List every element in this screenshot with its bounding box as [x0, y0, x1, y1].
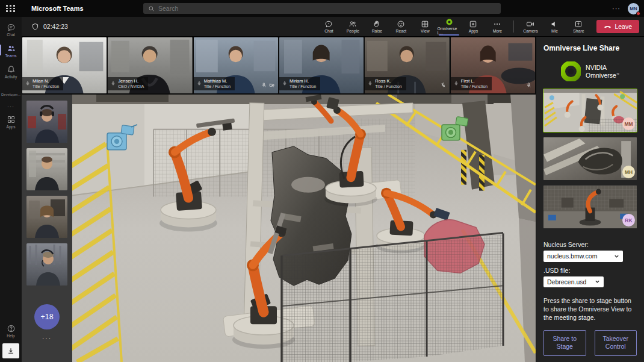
participant-subtitle: Title / Function	[204, 84, 231, 89]
tool-chat[interactable]: Chat	[317, 17, 341, 36]
video-tile-participant[interactable]: Jensen H.CEO / NVIDIA	[108, 37, 192, 93]
sidebar-item-developer[interactable]: Developer...	[0, 89, 22, 100]
mic-muted-icon	[368, 81, 373, 86]
panel-title: Omniverse Live Share	[543, 44, 637, 52]
presence-busy-dot	[636, 11, 640, 16]
video-tile-participant[interactable]: Ross K.Title / Function	[365, 37, 449, 93]
omniverse-app-icon	[445, 18, 453, 26]
shared-view-thumbnail[interactable]: MH	[543, 137, 637, 180]
sidebar-item-apps[interactable]: Apps	[0, 113, 22, 131]
rail-more-menu[interactable]: ···	[42, 335, 52, 342]
mic-muted-icon	[25, 81, 30, 86]
rail-thumbnail[interactable]	[26, 243, 67, 286]
sidebar-more-apps[interactable]: ···	[0, 101, 22, 112]
view-grid-icon	[421, 20, 429, 28]
avatar[interactable]: MN	[628, 3, 639, 14]
video-tile-participant[interactable]: Milan N.Title / Function	[22, 37, 107, 93]
mic-muted-icon	[111, 81, 116, 86]
mic-off-icon	[441, 83, 446, 88]
video-tile-participant[interactable]: First L.Title / Function	[451, 37, 535, 93]
apps-grid-icon	[7, 115, 16, 124]
nameplate: Miriam H.Title / Function	[279, 77, 320, 90]
nameplate: Jensen H.CEO / NVIDIA	[108, 77, 148, 90]
tool-more[interactable]: More	[485, 17, 509, 36]
more-dots-icon	[493, 20, 501, 28]
participant-video	[26, 243, 67, 286]
tool-apps[interactable]: Apps	[461, 17, 485, 36]
usd-file-select[interactable]: Debrecen.usd	[543, 276, 604, 287]
cam-off-icon	[269, 83, 274, 88]
chevron-down-icon	[595, 279, 600, 284]
participant-video	[26, 101, 67, 143]
tool-people[interactable]: People	[341, 17, 365, 36]
tool-mic[interactable]: Mic	[542, 17, 566, 36]
sidebar-item-activity[interactable]: Activity	[0, 63, 22, 81]
share-screen-icon	[574, 20, 583, 28]
participant-video	[26, 196, 67, 238]
participant-name: Milan N.	[33, 78, 59, 84]
tool-view[interactable]: View	[413, 17, 437, 36]
rail-thumbnail[interactable]	[26, 101, 67, 143]
app-launcher-icon[interactable]	[6, 5, 16, 12]
topbar-more-menu[interactable]: ···	[612, 5, 621, 12]
tile-status-icons	[526, 83, 531, 88]
participant-subtitle: Title / Function	[289, 84, 316, 89]
omniverse-3d-viewport[interactable]	[72, 95, 536, 362]
rail-thumbnail[interactable]	[26, 196, 67, 238]
tile-status-icons	[261, 83, 274, 88]
mic-off-icon	[261, 83, 267, 88]
sidebar-item-teams[interactable]: Teams	[0, 42, 22, 60]
video-tile-participant[interactable]: Matthias M.Title / Function	[194, 37, 278, 93]
meeting-timer: 02:42:23	[43, 23, 68, 30]
mic-off-icon	[526, 83, 531, 88]
nameplate: Milan N.Title / Function	[22, 77, 63, 90]
nvidia-omniverse-logo: NVIDIA Omniverse™	[543, 61, 637, 81]
factory-scene	[72, 95, 536, 362]
share-to-stage-button[interactable]: Share to Stage	[543, 330, 586, 356]
shared-view-thumbnail[interactable]: RK	[543, 186, 637, 228]
video-tile-participant[interactable]: Miriam H.Title / Function	[279, 37, 364, 93]
chat-icon	[7, 23, 16, 32]
toolbar-divider	[513, 20, 514, 33]
tool-share[interactable]: Share	[566, 17, 590, 36]
sidebar-item-chat[interactable]: Chat	[0, 21, 22, 39]
chevron-down-icon	[614, 254, 619, 259]
more-participants-count[interactable]: +18	[34, 304, 60, 329]
participant-name: Matthias M.	[204, 78, 231, 84]
tool-raise-hand[interactable]: Raise	[365, 17, 389, 36]
participant-subtitle: Title / Function	[33, 84, 59, 89]
meeting-toolbar: 02:42:23 Chat People Raise	[22, 17, 644, 37]
participant-name: Jensen H.	[118, 78, 144, 84]
bell-icon	[7, 65, 16, 74]
sidebar-item-help[interactable]: Help	[0, 322, 22, 340]
tool-omniverse[interactable]: Omniverse L...	[437, 17, 461, 36]
rail-thumbnail[interactable]	[26, 148, 67, 190]
video-tiles-strip: Milan N.Title / Function	[22, 37, 536, 95]
tool-camera[interactable]: Camera	[518, 17, 542, 36]
participant-subtitle: CEO / NVIDIA	[118, 84, 144, 89]
nameplate: Ross K.Title / Function	[365, 77, 406, 90]
logo-product: Omniverse	[586, 72, 616, 79]
nucleus-server-select[interactable]: nucleus.bmw.com	[543, 251, 623, 261]
mic-muted-icon	[197, 81, 202, 86]
teams-window: Microsoft Teams ··· MN Chat Teams	[0, 0, 644, 362]
search-input[interactable]	[158, 5, 496, 12]
participant-video	[26, 148, 67, 190]
help-icon	[7, 324, 16, 333]
participant-name: Ross K.	[375, 78, 401, 84]
apps-plus-icon	[469, 20, 477, 28]
takeover-control-button[interactable]: Takeover Control	[595, 330, 637, 356]
hang-up-icon	[604, 23, 611, 31]
search-bar[interactable]	[143, 3, 501, 14]
shared-view-thumbnail[interactable]: MM	[543, 89, 637, 132]
download-icon	[7, 347, 15, 355]
top-bar: Microsoft Teams ··· MN	[0, 0, 644, 17]
download-app-button[interactable]	[2, 343, 19, 358]
omniverse-live-share-panel: Omniverse Live Share NVIDIA Omniverse™	[536, 37, 644, 362]
nameplate: Matthias M.Title / Function	[194, 77, 235, 90]
tool-react[interactable]: React	[389, 17, 413, 36]
participant-subtitle: Title / Function	[461, 84, 488, 89]
leave-button[interactable]: Leave	[596, 20, 639, 33]
participant-name: Miriam H.	[289, 78, 316, 84]
tile-status-icons	[441, 83, 446, 88]
